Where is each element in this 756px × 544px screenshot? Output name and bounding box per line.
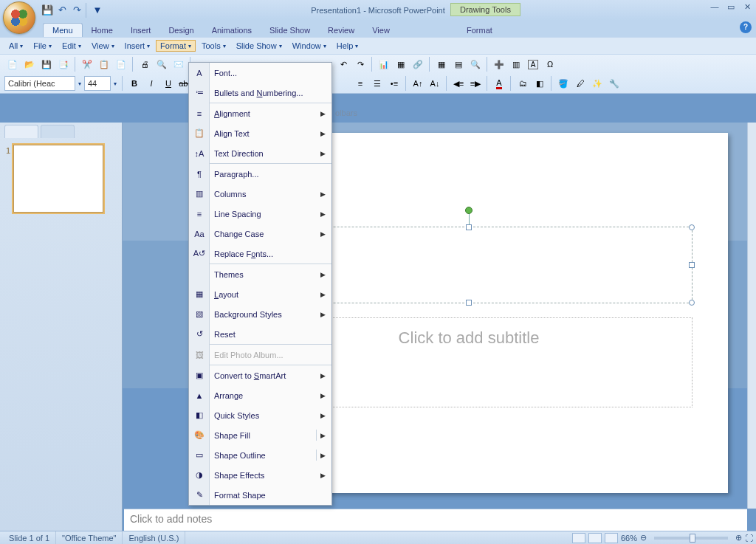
tab-format-contextual[interactable]: Format xyxy=(458,24,501,37)
menu-all[interactable]: All▾ xyxy=(4,40,27,52)
help-icon[interactable]: ? xyxy=(740,21,752,33)
shape-fill-icon[interactable]: 🪣 xyxy=(555,75,571,92)
copy-icon[interactable]: 📋 xyxy=(96,56,112,72)
format-menu-item[interactable]: Themes▶ xyxy=(189,264,331,284)
increase-indent-icon[interactable]: ≡▶ xyxy=(467,75,484,92)
minimize-button[interactable]: — xyxy=(709,1,721,12)
tab-view[interactable]: View xyxy=(363,24,399,37)
bullets-icon[interactable]: •≡ xyxy=(386,75,402,92)
format-menu-item[interactable]: ◑Shape Effects▶ xyxy=(189,465,331,485)
new-slide-icon[interactable]: ➕ xyxy=(491,56,507,72)
vertical-scrollbar[interactable] xyxy=(747,123,756,509)
format-menu-item[interactable]: 📋Align Text▶ xyxy=(189,123,331,143)
textbox-icon[interactable]: A xyxy=(525,56,541,72)
slideshow-view-button[interactable] xyxy=(605,533,618,543)
menu-slideshow[interactable]: Slide Show▾ xyxy=(232,40,286,52)
office-button[interactable] xyxy=(3,1,35,34)
menu-tools[interactable]: Tools▾ xyxy=(197,40,230,52)
slide-thumbnail[interactable] xyxy=(13,145,103,213)
new-icon[interactable]: 📄 xyxy=(4,56,21,72)
open-icon[interactable]: 📂 xyxy=(21,56,38,72)
fit-window-button[interactable]: ⛶ xyxy=(745,534,753,543)
format-menu-item[interactable]: ↕AText Direction▶ xyxy=(189,143,331,163)
format-menu-item[interactable]: ¶Paragraph... xyxy=(189,164,331,184)
outline-tab[interactable] xyxy=(41,125,75,138)
zoom-in-button[interactable]: ⊕ xyxy=(735,533,742,543)
tab-animations[interactable]: Animations xyxy=(203,24,261,37)
format-menu-item[interactable]: ▦Layout▶ xyxy=(189,284,331,304)
underline-button[interactable]: U xyxy=(160,75,176,92)
format-menu-item[interactable]: ▲Arrange▶ xyxy=(189,385,331,405)
email-icon[interactable]: ✉️ xyxy=(171,56,187,72)
hyperlink-icon[interactable]: 🔗 xyxy=(410,56,426,72)
tab-insert[interactable]: Insert xyxy=(122,24,160,37)
format-menu-item[interactable]: A↺Replace Fonts... xyxy=(189,244,331,264)
tab-design[interactable]: Design xyxy=(159,24,202,37)
undo-icon[interactable]: ↶ xyxy=(335,56,351,72)
font-color-icon[interactable]: A xyxy=(491,75,507,92)
resize-handle[interactable] xyxy=(689,300,695,306)
zoom-slider[interactable] xyxy=(654,537,728,540)
layout-icon[interactable]: ▥ xyxy=(508,56,524,72)
zoom-icon[interactable]: 🔍 xyxy=(467,56,484,72)
chart-icon[interactable]: 📊 xyxy=(376,56,392,72)
sorter-view-button[interactable] xyxy=(588,533,602,543)
save-icon[interactable]: 💾 xyxy=(38,56,55,72)
italic-button[interactable]: I xyxy=(143,75,159,92)
decrease-indent-icon[interactable]: ◀≡ xyxy=(450,75,467,92)
resize-handle[interactable] xyxy=(689,224,695,230)
print-preview-icon[interactable]: 🔍 xyxy=(154,56,170,72)
print-icon[interactable]: 🖨 xyxy=(137,56,153,72)
quickstyles-icon[interactable]: ◧ xyxy=(532,75,548,92)
format-menu-item[interactable]: ◧Quick Styles▶ xyxy=(189,405,331,425)
rotate-handle[interactable] xyxy=(465,207,472,214)
shrink-font-icon[interactable]: A↓ xyxy=(427,75,443,92)
format-menu-item[interactable]: AFont... xyxy=(189,63,331,83)
resize-handle[interactable] xyxy=(466,224,472,230)
restore-button[interactable]: ▭ xyxy=(725,1,737,12)
format-menu-item[interactable]: ▭Shape Outline▶ xyxy=(189,445,331,465)
undo-icon[interactable]: ↶ xyxy=(55,3,69,18)
arrange-icon[interactable]: 🗂 xyxy=(515,75,531,92)
menu-format[interactable]: Format▾ xyxy=(156,40,196,52)
format-menu-item[interactable]: ▥Columns▶ xyxy=(189,184,331,204)
normal-view-button[interactable] xyxy=(572,533,585,543)
redo-icon[interactable]: ↷ xyxy=(69,3,84,18)
font-name-combo[interactable]: Calibri (Heac xyxy=(4,76,75,91)
menu-insert[interactable]: Insert▾ xyxy=(120,40,155,52)
status-language[interactable]: English (U.S.) xyxy=(123,531,185,544)
grow-font-icon[interactable]: A↑ xyxy=(410,75,426,92)
menu-file[interactable]: File▾ xyxy=(29,40,56,52)
slides-tab[interactable] xyxy=(4,125,38,138)
insert-table-icon[interactable]: ▦ xyxy=(433,56,450,72)
shape-effects-icon[interactable]: ✨ xyxy=(589,75,605,92)
borders-icon[interactable]: ▤ xyxy=(450,56,467,72)
symbols-icon[interactable]: Ω xyxy=(542,56,558,72)
menu-edit[interactable]: Edit▾ xyxy=(58,40,86,52)
format-menu-item[interactable]: ≡Alignment▶ xyxy=(189,103,331,123)
format-menu-item[interactable]: ≔Bullets and Numbering... xyxy=(189,83,331,103)
format-menu-item[interactable]: ▣Convert to SmartArt▶ xyxy=(189,365,331,385)
tab-menu[interactable]: Menu xyxy=(43,23,83,37)
menu-view[interactable]: View▾ xyxy=(87,40,119,52)
menu-help[interactable]: Help▾ xyxy=(332,40,363,52)
format-menu-item[interactable]: ▧Background Styles▶ xyxy=(189,304,331,324)
table-icon[interactable]: ▦ xyxy=(393,56,409,72)
format-menu-item[interactable]: ≡Line Spacing▶ xyxy=(189,204,331,224)
resize-handle[interactable] xyxy=(466,300,472,306)
save-as-icon[interactable]: 📑 xyxy=(55,56,72,72)
menu-window[interactable]: Window▾ xyxy=(288,40,331,52)
align-left-icon[interactable]: ≡ xyxy=(352,75,368,92)
format-shape-icon[interactable]: 🔧 xyxy=(606,75,622,92)
close-button[interactable]: ✕ xyxy=(741,1,753,12)
shape-outline-icon[interactable]: 🖊 xyxy=(572,75,588,92)
paste-icon[interactable]: 📄 xyxy=(113,56,129,72)
format-menu-item[interactable]: ↺Reset xyxy=(189,324,331,344)
notes-pane[interactable]: Click to add notes xyxy=(124,509,747,531)
qat-customize-icon[interactable]: ▼ xyxy=(90,3,105,18)
tab-home[interactable]: Home xyxy=(83,24,122,37)
bold-button[interactable]: B xyxy=(126,75,142,92)
cut-icon[interactable]: ✂️ xyxy=(79,56,95,72)
font-size-combo[interactable]: 44 xyxy=(84,76,111,91)
format-menu-item[interactable]: ✎Format Shape xyxy=(189,485,331,505)
